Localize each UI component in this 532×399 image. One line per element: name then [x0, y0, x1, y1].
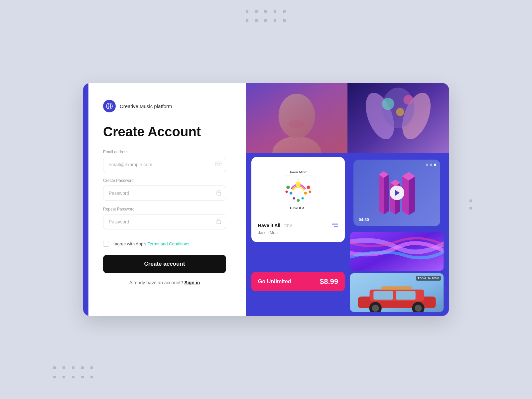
album-menu-icon[interactable]: [332, 222, 338, 229]
email-group: Email address: [103, 150, 226, 172]
go-unlimited-price: $8.99: [320, 277, 338, 286]
email-icon: [215, 162, 221, 168]
page-title: Create Account: [103, 124, 226, 139]
player-card: 04:30: [353, 160, 440, 226]
lock-icon: [216, 190, 221, 197]
player-dot-1: [426, 164, 428, 166]
password-group: Create Password: [103, 178, 226, 201]
svg-marker-38: [384, 175, 389, 214]
terms-label: I agree with App's Terms and Conditions: [112, 241, 190, 246]
album-year: 2018: [284, 223, 293, 228]
svg-point-54: [415, 305, 422, 312]
svg-rect-10: [246, 83, 347, 153]
play-button[interactable]: [390, 186, 404, 200]
right-panel: Jason Mraz: [246, 83, 449, 316]
svg-rect-49: [373, 291, 393, 300]
signin-link[interactable]: Sign in: [185, 280, 200, 285]
album-artist: Jason Mraz: [258, 230, 279, 235]
logo-icon: [103, 100, 116, 112]
svg-text:Have It All: Have It All: [290, 206, 306, 210]
svg-point-20: [296, 182, 301, 186]
svg-point-26: [304, 192, 307, 195]
svg-rect-5: [217, 221, 221, 224]
dot-grid-bottom-left: [53, 366, 94, 379]
album-title: Have it All: [258, 223, 280, 228]
email-input-wrapper: [103, 157, 226, 172]
svg-point-24: [307, 186, 310, 189]
blue-accent-bar: [83, 83, 88, 316]
terms-checkbox[interactable]: [103, 241, 109, 247]
dot-pair-right: [469, 200, 472, 209]
album-art: Jason Mraz: [272, 164, 325, 217]
player-dots: [426, 164, 436, 166]
top-right-photo: [347, 83, 449, 153]
repeat-password-input[interactable]: [103, 214, 226, 229]
go-unlimited-button[interactable]: Go Unlimited $8.99: [251, 272, 345, 291]
svg-point-29: [297, 199, 300, 202]
main-card: Creative Music platform Create Account E…: [83, 83, 449, 316]
bottom-right-cell: ТВОЙ НА 100%: [347, 232, 449, 316]
logo-text: Creative Music platform: [120, 103, 172, 109]
svg-point-8: [279, 94, 315, 138]
top-left-photo: [246, 83, 347, 153]
svg-rect-4: [217, 192, 221, 195]
svg-point-27: [293, 197, 295, 200]
svg-point-16: [403, 95, 413, 104]
album-cell: Jason Mraz: [246, 153, 347, 251]
go-unlimited-cell: Go Unlimited $8.99: [246, 251, 347, 316]
terms-link[interactable]: Terms and Conditions: [148, 241, 190, 246]
password-label: Create Password: [103, 178, 226, 183]
signin-prompt: Already have an account?: [129, 280, 183, 285]
bottom-left-image: [350, 232, 444, 271]
repeat-password-label: Repeat Password: [103, 207, 226, 211]
svg-rect-3: [216, 162, 221, 166]
player-dot-2: [430, 164, 432, 166]
repeat-password-group: Repeat Password: [103, 207, 226, 229]
svg-marker-44: [409, 176, 415, 215]
svg-point-31: [309, 191, 311, 193]
bottom-right-image: ТВОЙ НА 100%: [350, 273, 444, 312]
svg-rect-55: [381, 286, 413, 290]
svg-point-15: [382, 98, 394, 110]
bottom-right-badge: ТВОЙ НА 100%: [416, 276, 441, 281]
svg-point-17: [396, 108, 404, 116]
email-input[interactable]: [103, 157, 226, 172]
password-input[interactable]: [103, 186, 226, 201]
logo-area: Creative Music platform: [103, 100, 226, 112]
svg-rect-6: [246, 83, 347, 153]
svg-point-30: [285, 191, 288, 193]
player-time: 04:30: [359, 217, 369, 222]
repeat-password-input-wrapper: [103, 214, 226, 229]
lock-icon-2: [216, 218, 221, 225]
player-cell: 04:30: [347, 153, 449, 232]
player-dot-3: [434, 164, 436, 166]
svg-text:Jason Mraz: Jason Mraz: [289, 170, 307, 174]
album-card: Jason Mraz: [251, 157, 345, 242]
svg-point-23: [286, 186, 290, 189]
terms-text: I agree with App's: [112, 241, 148, 246]
email-label: Email address: [103, 150, 226, 154]
dot-grid-top: [246, 10, 286, 23]
svg-point-52: [372, 305, 379, 312]
svg-point-25: [289, 192, 292, 195]
left-panel: Creative Music platform Create Account E…: [83, 83, 246, 316]
signin-row: Already have an account? Sign in: [103, 280, 226, 285]
svg-point-7: [272, 136, 321, 153]
svg-point-9: [289, 120, 305, 128]
svg-rect-50: [396, 291, 416, 300]
create-account-button[interactable]: Create account: [103, 255, 226, 273]
terms-row: I agree with App's Terms and Conditions: [103, 241, 226, 247]
svg-point-28: [301, 197, 304, 200]
form: Email address Create Password: [103, 150, 226, 299]
play-triangle: [395, 190, 400, 196]
go-unlimited-label: Go Unlimited: [258, 279, 291, 285]
password-input-wrapper: [103, 186, 226, 201]
